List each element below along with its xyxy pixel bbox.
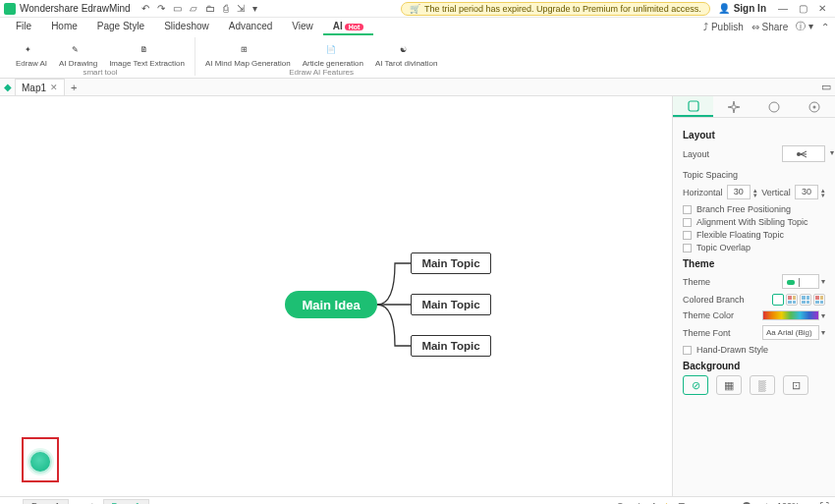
ai-hot-badge: Hot xyxy=(345,24,364,30)
topic-node[interactable]: Main Topic xyxy=(411,252,491,274)
theme-font-label: Theme Font xyxy=(683,328,731,338)
count-value: 4 xyxy=(650,501,655,505)
menu-bar: File Home Page Style Slideshow Advanced … xyxy=(6,19,373,35)
h-stepper[interactable]: ▴▾ xyxy=(753,188,757,197)
share-button[interactable]: ⇔ Share xyxy=(752,22,788,32)
publish-label: Publish xyxy=(711,22,744,32)
mindmap-icon: ⊞ xyxy=(241,45,254,59)
ai-mindmap-button[interactable]: ⊞AI Mind Map Generation xyxy=(199,45,297,68)
article-generation-button[interactable]: 📄Article generation xyxy=(297,45,369,68)
checkbox-icon xyxy=(683,346,692,355)
theme-label: Theme xyxy=(683,277,710,287)
prev-page-button[interactable]: − xyxy=(77,501,82,505)
menu-file[interactable]: File xyxy=(6,19,41,35)
menu-pagestyle[interactable]: Page Style xyxy=(87,19,154,35)
panel-tab-info[interactable] xyxy=(754,96,795,117)
topic-node[interactable]: Main Topic xyxy=(411,335,491,357)
publish-button[interactable]: ⤴ Publish xyxy=(703,22,744,32)
main-idea-node[interactable]: Main Idea xyxy=(285,291,377,318)
cb-option-4[interactable] xyxy=(813,294,825,306)
ai-drawing-button[interactable]: ✎AI Drawing xyxy=(53,45,103,68)
maximize-button[interactable]: ▢ xyxy=(794,3,811,14)
cb-option-3[interactable] xyxy=(800,294,811,306)
drawing-icon: ✎ xyxy=(72,45,85,59)
ai-fab-highlight xyxy=(22,437,59,482)
topic-node[interactable]: Main Topic xyxy=(411,294,491,315)
minimize-button[interactable]: — xyxy=(774,3,792,14)
bg-option-none[interactable]: ⊘ xyxy=(683,375,708,395)
theme-font-select[interactable]: Aa Arial (Big) xyxy=(762,325,819,340)
chevron-down-icon: ▾ xyxy=(821,277,825,286)
menu-advanced[interactable]: Advanced xyxy=(219,19,282,35)
fit-icon[interactable]: ⊡ xyxy=(678,501,686,505)
panel-tab-style[interactable] xyxy=(713,96,753,117)
cb-option-1[interactable] xyxy=(772,294,784,306)
status-bar: ▭ Page-1 − + Page-1 Count: 4 ◆ ⊡ − + 100… xyxy=(0,496,835,504)
export-button[interactable]: ⇲ xyxy=(234,1,248,16)
cart-icon: 🛒 xyxy=(410,4,420,14)
help-button[interactable]: ⓘ ▾ xyxy=(796,20,813,33)
zoom-in-button[interactable]: + xyxy=(764,501,769,505)
outline-icon[interactable]: ▭ xyxy=(6,501,15,505)
tarot-icon: ☯ xyxy=(400,45,414,59)
document-tab[interactable]: Map1 ✕ xyxy=(15,79,65,95)
badge-icon xyxy=(767,100,781,114)
undo-button[interactable]: ↶ xyxy=(139,1,152,16)
open-button[interactable]: ▱ xyxy=(187,1,200,16)
layout-section-title: Layout xyxy=(683,130,825,140)
trial-banner[interactable]: 🛒 The trial period has expired. Upgrade … xyxy=(401,2,710,16)
horizontal-spacing-input[interactable]: 30 xyxy=(727,185,751,199)
ai-fab-button[interactable] xyxy=(28,450,52,474)
image-text-extraction-button[interactable]: 🗎Image Text Extraction xyxy=(103,45,191,68)
checkbox-icon xyxy=(683,244,692,252)
menu-home[interactable]: Home xyxy=(41,19,87,35)
close-button[interactable]: ✕ xyxy=(813,3,831,14)
panel-tab-more[interactable] xyxy=(795,96,835,117)
fullscreen-button[interactable]: ⛶ xyxy=(820,501,829,505)
menu-slideshow[interactable]: Slideshow xyxy=(154,19,219,35)
more-button[interactable]: ▾ xyxy=(250,1,260,16)
page-tab[interactable]: Page-1 xyxy=(23,499,69,505)
ribbon: ✦Edraw AI ✎AI Drawing 🗎Image Text Extrac… xyxy=(0,35,835,79)
vertical-spacing-input[interactable]: 30 xyxy=(795,185,818,199)
theme-color-select[interactable] xyxy=(762,310,819,320)
edraw-ai-button[interactable]: ✦Edraw AI xyxy=(10,45,53,68)
close-tab-button[interactable]: ✕ xyxy=(50,83,58,92)
theme-select[interactable] xyxy=(782,274,819,289)
zoom-dropdown[interactable]: ▾ xyxy=(807,501,812,505)
layout-select[interactable]: ▾ xyxy=(782,145,825,162)
menu-ai-label: AI xyxy=(333,21,343,31)
svg-rect-0 xyxy=(689,101,698,111)
app-logo xyxy=(4,3,16,15)
print-button[interactable]: ⎙ xyxy=(220,1,232,16)
overlap-checkbox[interactable]: Topic Overlap xyxy=(683,243,825,252)
add-page-button[interactable]: + xyxy=(89,501,94,505)
article-icon: 📄 xyxy=(326,45,340,59)
bg-option-image[interactable]: ▒ xyxy=(750,375,775,395)
zoom-out-button[interactable]: − xyxy=(694,501,698,505)
redo-button[interactable]: ↷ xyxy=(154,1,168,16)
panel-tab-layout[interactable] xyxy=(673,96,713,117)
signin-button[interactable]: 👤 Sign In xyxy=(718,3,766,14)
bg-option-pattern[interactable]: ⊡ xyxy=(783,375,808,395)
folder-button[interactable]: 🗀 xyxy=(202,1,218,16)
hand-drawn-checkbox[interactable]: Hand-Drawn Style xyxy=(683,345,825,355)
floating-checkbox[interactable]: Flexible Floating Topic xyxy=(683,230,825,240)
alignment-checkbox[interactable]: Alignment With Sibling Topic xyxy=(683,217,825,227)
save-button[interactable]: ▭ xyxy=(170,1,185,16)
chevron-down-icon: ▾ xyxy=(821,311,825,320)
menu-view[interactable]: View xyxy=(282,19,323,35)
add-tab-button[interactable]: + xyxy=(65,82,83,93)
active-page-tab[interactable]: Page-1 xyxy=(103,499,149,505)
bg-option-color[interactable]: ▦ xyxy=(716,375,742,395)
canvas[interactable]: Main Idea Main Topic Main Topic Main Top… xyxy=(0,96,672,496)
outline-toggle[interactable]: ▭ xyxy=(821,81,831,93)
v-stepper[interactable]: ▴▾ xyxy=(821,188,825,197)
cb-option-2[interactable] xyxy=(786,294,798,306)
colored-branch-options xyxy=(772,294,825,306)
ocr-icon: 🗎 xyxy=(140,45,154,59)
menu-ai[interactable]: AIHot xyxy=(323,19,374,35)
branch-free-checkbox[interactable]: Branch Free Positioning xyxy=(683,204,825,214)
tarot-button[interactable]: ☯AI Tarot divination xyxy=(369,45,443,68)
collapse-ribbon[interactable]: ⌃ xyxy=(821,22,829,32)
